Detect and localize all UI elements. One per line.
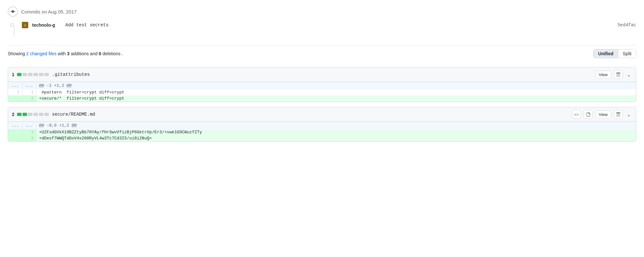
line2-code-1: +U2FsdGVkX19BZZtyBb70YAy/fHrSwvVfizBjP6G… [36, 129, 636, 135]
line-old-num-added [8, 95, 22, 102]
commit-message: Add test secrets [66, 22, 109, 28]
file-2-actions: <> View ⌄ [572, 110, 632, 119]
view-toggle: Unified Split [593, 49, 636, 58]
file-2-name: secure/README.md [52, 112, 95, 117]
commit-sha: 5ed4fac [617, 22, 636, 28]
hunk-old-num: ... [8, 82, 22, 89]
hunk-row-1: ... ... @@ -1 +1,2 @@ [8, 82, 636, 89]
showing-prefix: Showing [8, 51, 26, 56]
diff-file-1-header: 1 .gitattributes View ⌄ [8, 67, 636, 82]
prog-block-gray-c [39, 113, 43, 116]
line-new-num: 1 [22, 89, 36, 95]
file-1-name: .gitattributes [52, 72, 90, 77]
line2-new-num-2: 2 [22, 135, 36, 141]
line2-old-num-2 [8, 135, 22, 141]
file-1-num: 1 [12, 72, 14, 77]
file-2-view-button[interactable]: View [595, 111, 611, 119]
line2-new-num-1: 1 [22, 129, 36, 135]
diff-file-2-header: 2 secure/README.md <> View [8, 107, 636, 122]
prog-block-gray-5 [44, 73, 49, 76]
unified-button[interactable]: Unified [594, 49, 618, 58]
diff-line-1-2: 2 +secure/* filter=crypt diff=crypt [8, 95, 636, 102]
line-code-added: +secure/* filter=crypt diff=crypt [36, 95, 636, 102]
file-2-display-button[interactable] [614, 110, 623, 119]
line2-code-2: +dDesf7WWQTdDoV4x200RyVL4w3Tc7Cd3I5/ui8i… [36, 135, 636, 141]
showing-period: . [122, 51, 123, 56]
file-1-actions: View ⌄ [595, 70, 632, 79]
hunk-row-2: ... ... @@ -0,0 +1,2 @@ [8, 122, 636, 129]
prog-block-green-1 [17, 113, 22, 116]
prog-block-gray-4 [39, 73, 43, 76]
hunk-new-num: ... [22, 82, 36, 89]
file-1-display-button[interactable] [614, 70, 623, 79]
line2-old-num-1 [8, 129, 22, 135]
svg-text:t: t [25, 24, 26, 27]
showing-middle: with [58, 51, 67, 56]
commits-icon [8, 6, 18, 17]
diff-line-2-2: 2 +dDesf7WWQTdDoV4x200RyVL4w3Tc7Cd3I5/ui… [8, 135, 636, 141]
prog-block-gray-2 [28, 73, 32, 76]
commit-row: t technolo-g Add test secrets 5ed4fac [22, 22, 636, 28]
changed-files-link[interactable]: 2 changed files [26, 51, 57, 56]
line-old-num: 1 [8, 89, 22, 95]
hunk-header-code: @@ -1 +1,2 @@ [36, 82, 636, 89]
showing-text: Showing 2 changed files with 3 additions… [8, 51, 123, 56]
showing-and: and [90, 51, 99, 56]
line-code: #pattern filter=crypt diff=crypt [36, 89, 636, 95]
diff-file-1: 1 .gitattributes View ⌄ ... ... [8, 67, 636, 102]
file-1-progress [17, 73, 49, 76]
deletions-label: deletions [103, 51, 121, 56]
prog-block-gray-1 [22, 73, 27, 76]
showing-bar: Showing 2 changed files with 3 additions… [8, 45, 636, 62]
hunk2-header-code: @@ -0,0 +1,2 @@ [36, 122, 636, 129]
additions-count: 3 [67, 51, 69, 56]
diff-table-2: ... ... @@ -0,0 +1,2 @@ 1 +U2FsdGVkX19BZ… [8, 122, 636, 141]
prog-block-gray-b [33, 113, 38, 116]
hunk2-old-num: ... [8, 122, 22, 129]
prog-block-gray-a [28, 113, 32, 116]
hunk2-new-num: ... [22, 122, 36, 129]
prog-block-gray-d [44, 113, 49, 116]
file-1-collapse-button[interactable]: ⌄ [625, 70, 632, 79]
additions-label: additions [71, 51, 89, 56]
prog-block-gray-3 [33, 73, 38, 76]
deletions-count: 0 [99, 51, 101, 56]
diff-line-2-1: 1 +U2FsdGVkX19BZZtyBb70YAy/fHrSwvVfizBjP… [8, 129, 636, 135]
file-1-view-button[interactable]: View [595, 71, 611, 79]
diff-file-2: 2 secure/README.md <> View [8, 107, 636, 142]
avatar: t [22, 22, 28, 28]
file-2-progress [17, 113, 49, 116]
line-new-num-added: 2 [22, 95, 36, 102]
commits-header-title: Commits on Aug 05, 2017 [21, 9, 77, 14]
split-button[interactable]: Split [618, 49, 636, 58]
timeline-dot [10, 23, 14, 27]
diff-line-1-1: 1 1 #pattern filter=crypt diff=crypt [8, 89, 636, 95]
file-2-num: 2 [12, 112, 14, 117]
commits-header: Commits on Aug 05, 2017 [8, 6, 636, 17]
prog-block-green [17, 73, 22, 76]
file-2-code-button[interactable]: <> [572, 110, 581, 119]
commit-author: technolo-g [32, 22, 55, 28]
prog-block-green-2 [22, 113, 27, 116]
file-2-collapse-button[interactable]: ⌄ [625, 110, 632, 119]
file-2-doc-button[interactable] [584, 110, 593, 119]
diff-table-1: ... ... @@ -1 +1,2 @@ 1 1 #pattern filte… [8, 82, 636, 102]
